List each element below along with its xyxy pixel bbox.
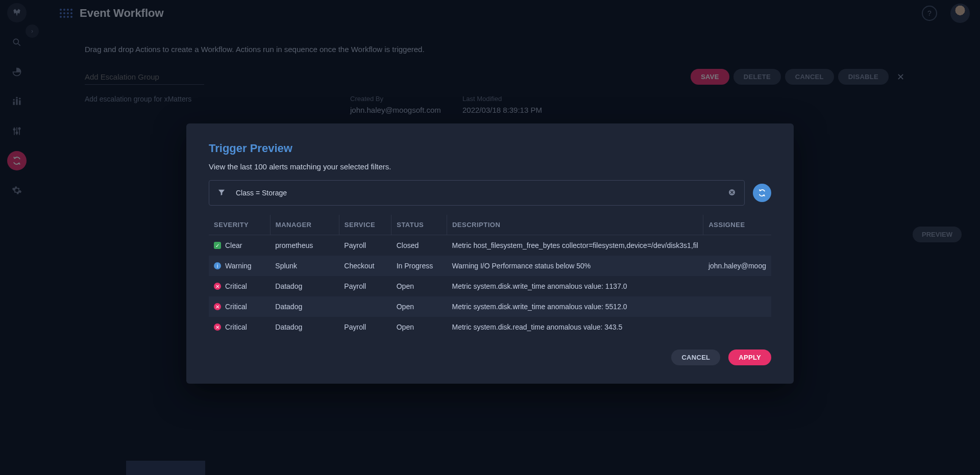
severity-label: Critical [225,303,247,311]
cell-status: Open [391,296,447,317]
severity-icon: ✕ [214,323,221,331]
cell-status: Open [391,317,447,337]
cell-description: Warning I/O Performance status below 50% [447,256,703,276]
refresh-button[interactable] [753,184,771,202]
severity-icon: ✕ [214,283,221,290]
cell-description: Metric system.disk.write_time anomalous … [447,276,703,296]
cell-assignee [703,296,771,317]
severity-label: Clear [225,241,242,249]
filter-box[interactable]: Class = Storage [209,180,745,206]
cell-assignee: john.haley@moog [703,256,771,276]
cell-service: Checkout [339,256,391,276]
modal-apply-button[interactable]: APPLY [728,349,771,365]
filter-text: Class = Storage [236,189,718,197]
modal-subtitle: View the last 100 alerts matching your s… [209,162,771,171]
cell-status: Closed [391,235,447,256]
table-row[interactable]: ✕CriticalDatadogPayrollOpenMetric system… [209,276,771,296]
cell-service: Payroll [339,317,391,337]
cell-manager: Splunk [270,256,339,276]
cell-service [339,296,391,317]
col-manager[interactable]: MANAGER [270,215,339,235]
severity-icon: ✕ [214,303,221,310]
table-row[interactable]: iWarningSplunkCheckoutIn ProgressWarning… [209,256,771,276]
cell-service: Payroll [339,235,391,256]
filter-clear-icon[interactable] [728,188,736,198]
severity-icon: ✓ [214,242,221,249]
cell-manager: Datadog [270,317,339,337]
severity-label: Critical [225,323,247,331]
col-status[interactable]: STATUS [391,215,447,235]
cell-manager: prometheus [270,235,339,256]
cell-service: Payroll [339,276,391,296]
trigger-preview-modal: Trigger Preview View the last 100 alerts… [186,123,794,384]
modal-cancel-button[interactable]: CANCEL [671,349,720,365]
cell-status: In Progress [391,256,447,276]
cell-description: Metric system.disk.read_time anomalous v… [447,317,703,337]
col-severity[interactable]: SEVERITY [209,215,270,235]
modal-title: Trigger Preview [209,142,771,155]
table-row[interactable]: ✕CriticalDatadogPayrollOpenMetric system… [209,317,771,337]
severity-label: Warning [225,262,252,270]
alerts-table: SEVERITY MANAGER SERVICE STATUS DESCRIPT… [209,215,771,337]
cell-assignee [703,276,771,296]
col-description[interactable]: DESCRIPTION [447,215,703,235]
cell-assignee [703,317,771,337]
severity-label: Critical [225,282,247,290]
cell-manager: Datadog [270,276,339,296]
cell-status: Open [391,276,447,296]
modal-backdrop: Trigger Preview View the last 100 alerts… [0,0,980,475]
cell-description: Metric host_filesystem_free_bytes collec… [447,235,703,256]
cell-description: Metric system.disk.write_time anomalous … [447,296,703,317]
filter-icon [217,188,226,198]
severity-icon: i [214,262,221,269]
col-service[interactable]: SERVICE [339,215,391,235]
cell-manager: Datadog [270,296,339,317]
table-row[interactable]: ✕CriticalDatadogOpenMetric system.disk.w… [209,296,771,317]
cell-assignee [703,235,771,256]
col-assignee[interactable]: ASSIGNEE [703,215,771,235]
table-row[interactable]: ✓ClearprometheusPayrollClosedMetric host… [209,235,771,256]
